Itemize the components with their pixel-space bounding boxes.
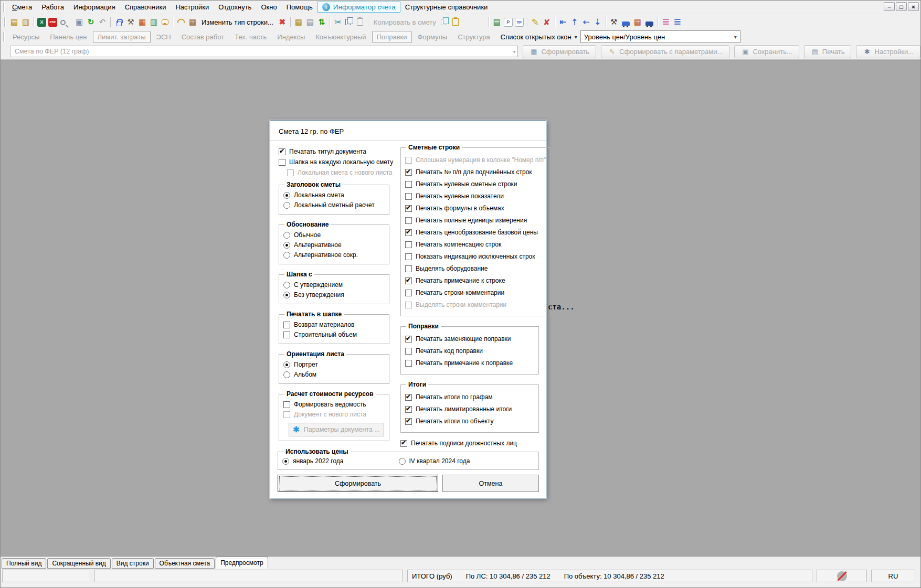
hierarchy-icon[interactable] — [8, 16, 20, 28]
rb-basis-alternative[interactable]: Альтернативное — [283, 241, 385, 249]
cb-show-excluded-rows[interactable]: Показать индикацию исключенных строк — [405, 253, 546, 260]
bricks-icon[interactable] — [632, 16, 643, 28]
cb-highlight-equipment[interactable]: Выделять оборудование — [405, 265, 546, 272]
panel-tab-formuly[interactable]: Формулы — [413, 31, 452, 43]
rb-prices-q4-2024[interactable]: IV квартал 2024 года — [399, 457, 470, 465]
cb-print-limited-totals[interactable]: Печатать лимитированные итоги — [405, 405, 534, 413]
print-button[interactable]: Печать — [804, 45, 852, 58]
paste-icon[interactable] — [357, 18, 363, 26]
works-hammer-icon[interactable] — [125, 16, 136, 28]
generate-button[interactable]: Сформировать — [523, 45, 596, 58]
menu-strukturnye-spravochniki[interactable]: Структурные справочники — [400, 2, 493, 13]
overheads-hat-icon[interactable] — [175, 16, 187, 28]
menu-informer-scheta[interactable]: Информатор счета — [317, 2, 400, 13]
rb-landscape[interactable]: Альбом — [283, 371, 385, 378]
menu-otdohnut[interactable]: Отдохнуть — [214, 2, 256, 13]
rb-without-approval[interactable]: Без утверждения — [283, 291, 385, 298]
tab-short-view[interactable]: Сокращенный вид — [47, 558, 110, 569]
tab-preview[interactable]: Предпросмотр — [216, 557, 268, 569]
rb-prices-jan-2022[interactable]: январь 2022 года — [282, 457, 344, 465]
panel-tab-teh-chast[interactable]: Тех. часть — [230, 31, 271, 43]
panel-tab-struktura[interactable]: Структура — [453, 31, 495, 43]
refresh-icon[interactable] — [85, 16, 97, 28]
table-delete-icon[interactable] — [541, 16, 553, 28]
menu-informacia[interactable]: Информация — [69, 2, 120, 13]
panel-tab-panel-cen[interactable]: Панель цен — [45, 31, 91, 43]
cb-document-new-sheet[interactable]: Документ с нового листа — [283, 411, 385, 418]
rb-portrait[interactable]: Портрет — [283, 361, 385, 368]
rb-basis-normal[interactable]: Обычное — [283, 231, 385, 239]
panel-tab-sostav-rabot[interactable]: Состав работ — [177, 31, 229, 43]
generate-with-params-button[interactable]: Сформировать с параметрами... — [601, 45, 729, 58]
document-add-icon[interactable] — [304, 16, 316, 28]
truck-icon[interactable] — [622, 22, 630, 26]
panel-tab-indeksy[interactable]: Индексы — [272, 31, 310, 43]
table-edit-icon[interactable] — [530, 16, 541, 28]
menu-pomosch[interactable]: Помощь — [282, 2, 317, 13]
tab-object-estimate[interactable]: Объектная смета — [155, 558, 215, 569]
tab-full-view[interactable]: Полный вид — [2, 558, 46, 569]
resources-blocks-icon[interactable] — [187, 16, 198, 28]
cb-print-row-compensation[interactable]: Печатать компенсацию строк — [405, 241, 546, 248]
cb-form-statement[interactable]: Формировать ведомость — [283, 401, 385, 408]
status-panel-language[interactable]: RU — [871, 570, 915, 582]
open-windows-dropdown[interactable]: Список открытых окон — [495, 33, 580, 41]
cb-print-replacing-amendments[interactable]: Печатать заменяющие поправки — [405, 335, 534, 343]
minimize-button[interactable] — [884, 2, 895, 11]
materials-bricks-icon[interactable] — [136, 16, 148, 28]
settings-button[interactable]: Настройки... — [856, 45, 920, 58]
cb-print-volume-formulas[interactable]: Печатать формулы в объемах — [405, 205, 546, 212]
cb-print-zero-indicators[interactable]: Печатать нулевые показатели — [405, 193, 546, 200]
report-template-combobox[interactable]: Смета по ФЕР (12 граф) — [10, 46, 518, 57]
cb-print-full-units[interactable]: Печатать полные единицы измерения — [405, 217, 546, 224]
move-up-icon[interactable] — [569, 16, 580, 28]
cb-print-np-subordinate[interactable]: Печатать № п/п для подчинённых строк — [405, 168, 546, 176]
hammer-icon[interactable] — [608, 16, 620, 28]
move-down-icon[interactable] — [592, 16, 604, 28]
menu-spravochniki[interactable]: Справочники — [120, 2, 171, 13]
cb-print-row-note[interactable]: Печатать примечание к строке — [405, 277, 546, 284]
cb-highlight-comment-rows[interactable]: Выделять строки-комментарии — [405, 301, 546, 308]
document-params-button[interactable]: Параметры документа ... — [289, 423, 384, 436]
close-button[interactable] — [908, 2, 919, 11]
rb-basis-alternative-short[interactable]: Альтернативное сокр. — [283, 251, 385, 259]
unlock-icon[interactable] — [116, 22, 122, 26]
cb-print-object-totals[interactable]: Печатать итоги по объекту — [405, 418, 534, 425]
cancel-button[interactable]: Отмена — [442, 475, 539, 492]
tab-row-view[interactable]: Вид строки — [112, 558, 154, 569]
cb-print-zero-rows[interactable]: Печатать нулевые сметные строки — [405, 180, 546, 188]
rb-local-estimate-calc[interactable]: Локальный сметный расчет — [283, 201, 385, 209]
excel-export-icon[interactable] — [37, 18, 46, 27]
comment-add-icon[interactable] — [162, 19, 168, 25]
save-icon[interactable] — [73, 16, 85, 28]
change-row-type-button[interactable]: Изменить тип строки... — [198, 18, 277, 26]
search-icon[interactable] — [60, 20, 66, 25]
cb-print-amendment-note[interactable]: Печатать примечание к поправке — [405, 359, 534, 367]
move-left-icon[interactable] — [580, 16, 592, 28]
copy-to-estimate-button[interactable]: Копировать в смету — [370, 18, 439, 26]
undo-icon[interactable] — [97, 16, 108, 28]
copy-to-estimate-icon[interactable] — [441, 19, 446, 25]
toolbar-grip[interactable] — [4, 17, 6, 27]
document-pr-icon[interactable] — [515, 18, 524, 27]
cb-print-official-signatures[interactable]: Печатать подписи должностных лиц — [400, 440, 539, 447]
outdent-icon[interactable] — [557, 16, 569, 28]
layers-pink-icon[interactable] — [660, 16, 672, 28]
generate-ok-button[interactable]: Сформировать — [278, 475, 438, 492]
price-book-icon[interactable] — [491, 16, 503, 28]
cb-print-base-pricing[interactable]: Печатать ценообразование базовой цены — [405, 229, 546, 236]
panel-tab-popravki[interactable]: Поправки — [372, 31, 412, 43]
cb-estimate-new-sheet[interactable]: Локальная смета с нового листа — [287, 169, 389, 176]
panel-tab-limit-zatraty[interactable]: Лимит. затраты — [93, 31, 151, 43]
rb-with-approval[interactable]: С утверждением — [283, 281, 385, 288]
price-level-combobox[interactable]: Уровень цен/Уровень цен — [580, 30, 740, 43]
save-report-button[interactable]: Сохранить... — [734, 45, 799, 58]
machines-icon[interactable] — [148, 16, 160, 28]
panel-tab-esn[interactable]: ЭСН — [152, 31, 176, 43]
menu-nastroyki[interactable]: Настройки — [171, 2, 214, 13]
cut-icon[interactable] — [332, 16, 344, 28]
cb-print-title-page[interactable]: Печатать титул документа — [279, 148, 389, 155]
copy-icon[interactable] — [345, 19, 351, 25]
hierarchy-insert-icon[interactable] — [20, 16, 31, 28]
pdf-export-icon[interactable] — [48, 18, 57, 27]
